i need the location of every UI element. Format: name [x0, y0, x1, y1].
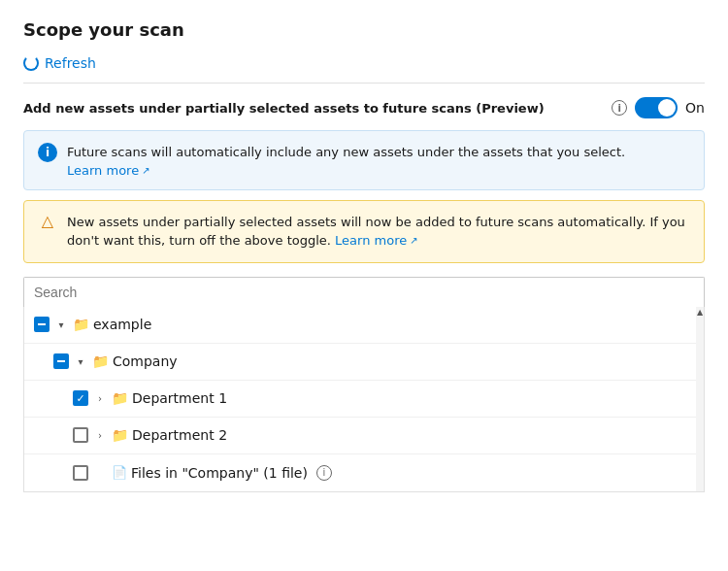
toggle-info-icon[interactable]: i — [612, 100, 627, 116]
tree-row: ▾📁Company — [24, 344, 704, 381]
folder-icon-dept1: 📁 — [112, 390, 128, 406]
tree-label-dept2: Department 2 — [132, 427, 227, 443]
expand-btn-dept2[interactable]: › — [92, 427, 108, 443]
toggle-state-label: On — [685, 100, 705, 116]
tree-row: 📄Files in "Company" (1 file)i — [24, 454, 704, 491]
folder-icon-company: 📁 — [92, 353, 109, 369]
tree-label-dept1: Department 1 — [132, 390, 227, 406]
info-banner-text: Future scans will automatically include … — [67, 145, 625, 159]
warning-banner-text: New assets under partially selected asse… — [67, 215, 685, 249]
info-icon: i — [38, 143, 57, 162]
tree-row: ›📁Department 1 — [24, 381, 704, 418]
checkbox-files[interactable] — [73, 465, 88, 481]
tree-row: ▾📁example — [24, 307, 704, 344]
expand-btn-company[interactable]: ▾ — [73, 353, 88, 369]
file-icon-files: 📄 — [112, 465, 127, 480]
warning-learn-more-text: Learn more — [335, 231, 407, 251]
info-learn-more-link[interactable]: Learn more ↗ — [67, 163, 150, 178]
search-input[interactable] — [24, 278, 704, 307]
tree-row: ›📁Department 2 — [24, 418, 704, 454]
scroll-up-icon[interactable]: ▲ — [697, 309, 703, 317]
checkbox-example[interactable] — [34, 317, 50, 332]
warning-learn-more-link[interactable]: Learn more ↗ — [335, 231, 418, 251]
scrollbar[interactable]: ▲ — [696, 307, 704, 491]
tree-container: ▾📁example▾📁Company›📁Department 1›📁Depart… — [23, 307, 705, 492]
warning-banner: △ New assets under partially selected as… — [23, 200, 705, 263]
search-wrapper — [23, 277, 705, 307]
file-info-icon-files[interactable]: i — [316, 465, 332, 481]
refresh-icon — [23, 55, 39, 71]
info-banner: i Future scans will automatically includ… — [23, 130, 705, 190]
refresh-label: Refresh — [45, 55, 96, 71]
checkbox-company[interactable] — [53, 353, 69, 369]
checkbox-dept2[interactable] — [73, 427, 88, 443]
expand-btn-dept1[interactable]: › — [92, 390, 108, 406]
tree-label-files: Files in "Company" (1 file) — [131, 465, 308, 481]
info-banner-content: Future scans will automatically include … — [67, 143, 690, 178]
external-link-icon: ↗ — [142, 165, 149, 176]
expand-btn-example[interactable]: ▾ — [53, 317, 69, 332]
folder-icon-example: 📁 — [73, 317, 89, 332]
warning-icon: △ — [38, 212, 57, 231]
checkbox-dept1[interactable] — [73, 390, 88, 406]
toggle-label: Add new assets under partially selected … — [23, 101, 604, 116]
page-title: Scope your scan — [23, 19, 705, 40]
tree-label-company: Company — [113, 353, 178, 369]
tree-label-example: example — [93, 317, 151, 332]
refresh-button[interactable]: Refresh — [23, 55, 705, 84]
info-learn-more-text: Learn more — [67, 163, 139, 178]
future-scans-toggle[interactable] — [635, 97, 678, 118]
folder-icon-dept2: 📁 — [112, 427, 128, 443]
warning-banner-content: New assets under partially selected asse… — [67, 213, 690, 251]
warning-external-link-icon: ↗ — [410, 233, 417, 248]
toggle-row: Add new assets under partially selected … — [23, 97, 705, 118]
